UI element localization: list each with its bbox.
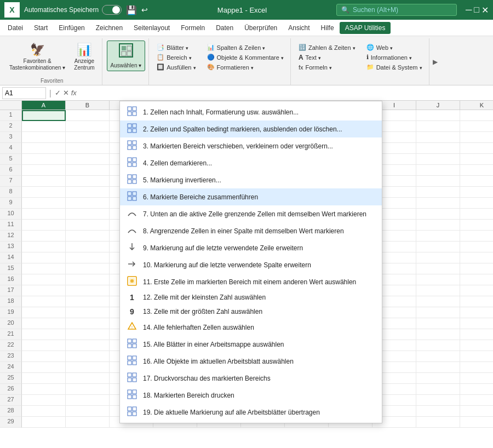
dropdown-item[interactable]: 5. Markierung invertieren...: [120, 171, 382, 188]
cell[interactable]: [460, 242, 493, 252]
menu-hilfe[interactable]: Hilfe: [316, 22, 340, 34]
dropdown-item[interactable]: 112. Zelle mit der kleinsten Zahl auswäh…: [120, 290, 382, 305]
cell[interactable]: [416, 132, 460, 143]
dropdown-item[interactable]: 6. Markierte Bereiche zusammenführen: [120, 188, 382, 205]
cell[interactable]: [416, 220, 460, 231]
web-button[interactable]: 🌐 Web ▾: [363, 43, 426, 52]
cell[interactable]: [22, 307, 66, 318]
save-icon[interactable]: 💾: [126, 5, 137, 15]
cell[interactable]: [66, 220, 110, 231]
cell[interactable]: [22, 209, 66, 220]
cell[interactable]: [416, 296, 460, 307]
blaetter-button[interactable]: 📑 Blätter ▾: [153, 43, 199, 52]
cell[interactable]: [416, 307, 460, 318]
cell[interactable]: [416, 121, 460, 132]
cell[interactable]: [416, 154, 460, 165]
menu-ueberpruefen[interactable]: Überprüfen: [239, 22, 283, 34]
cell[interactable]: [66, 121, 110, 132]
cell[interactable]: [66, 274, 110, 285]
cell[interactable]: [416, 285, 460, 296]
cell[interactable]: [66, 242, 110, 252]
cell[interactable]: [22, 143, 66, 154]
dropdown-item[interactable]: 4. Zellen demarkieren...: [120, 154, 382, 171]
col-header-a[interactable]: A: [22, 101, 66, 110]
cell[interactable]: [460, 285, 493, 296]
cell[interactable]: [416, 417, 460, 428]
dropdown-item[interactable]: 10. Markierung auf die letzte verwendete…: [120, 256, 382, 273]
datei-system-button[interactable]: 📁 Datei & System ▾: [363, 62, 426, 72]
cell[interactable]: [22, 165, 66, 176]
cell[interactable]: [66, 417, 110, 428]
cell[interactable]: [66, 340, 110, 351]
cell[interactable]: [66, 165, 110, 176]
cell[interactable]: [460, 252, 493, 263]
cell[interactable]: [460, 274, 493, 285]
search-box[interactable]: 🔍: [336, 4, 457, 16]
cell[interactable]: [22, 220, 66, 231]
cell[interactable]: [22, 110, 66, 121]
col-header-b[interactable]: B: [66, 101, 110, 110]
cell[interactable]: [460, 318, 493, 329]
cell[interactable]: [416, 143, 460, 154]
cell[interactable]: [66, 307, 110, 318]
cell[interactable]: [416, 198, 460, 209]
cell[interactable]: [22, 231, 66, 242]
cell[interactable]: [416, 242, 460, 252]
cell[interactable]: [66, 198, 110, 209]
cell[interactable]: [416, 340, 460, 351]
cell[interactable]: [22, 395, 66, 406]
cell[interactable]: [66, 296, 110, 307]
maximize-button[interactable]: □: [474, 5, 479, 15]
cell[interactable]: [66, 132, 110, 143]
cell[interactable]: [22, 154, 66, 165]
ausfuellen-button[interactable]: 🔲 Ausfüllen ▾: [153, 62, 199, 72]
dropdown-item[interactable]: 7. Unten an die aktive Zelle grenzende Z…: [120, 205, 382, 222]
cell[interactable]: [66, 384, 110, 395]
cell[interactable]: [22, 351, 66, 362]
cell[interactable]: [66, 351, 110, 362]
cell[interactable]: [460, 340, 493, 351]
cell[interactable]: [66, 395, 110, 406]
cell[interactable]: [66, 110, 110, 121]
cell[interactable]: [22, 242, 66, 252]
cell[interactable]: [460, 209, 493, 220]
objekte-button[interactable]: 🔵 Objekte & Kommentare ▾: [204, 53, 287, 62]
cell[interactable]: [22, 340, 66, 351]
cell[interactable]: [460, 417, 493, 428]
cell[interactable]: [66, 252, 110, 263]
cell[interactable]: [66, 329, 110, 340]
undo-icon[interactable]: ↩: [141, 5, 148, 14]
cell[interactable]: [22, 176, 66, 187]
cell[interactable]: [66, 209, 110, 220]
menu-datei[interactable]: Datei: [2, 22, 28, 34]
menu-einfuegen[interactable]: Einfügen: [53, 22, 90, 34]
cell[interactable]: [416, 406, 460, 417]
text-button[interactable]: A Text ▾: [295, 53, 359, 62]
checkmark-icon[interactable]: ✓: [55, 89, 61, 97]
cell[interactable]: [416, 318, 460, 329]
cell[interactable]: [416, 373, 460, 384]
informationen-button[interactable]: ℹ Informationen ▾: [363, 53, 426, 62]
cell[interactable]: [460, 220, 493, 231]
formeln-button[interactable]: fx Formeln ▾: [295, 63, 359, 72]
cell[interactable]: [460, 329, 493, 340]
cell[interactable]: [22, 263, 66, 274]
cell[interactable]: [22, 329, 66, 340]
menu-daten[interactable]: Daten: [210, 22, 239, 34]
cell[interactable]: [66, 176, 110, 187]
dropdown-item[interactable]: !14. Alle fehlerhaften Zellen auswählen: [120, 319, 382, 336]
cell[interactable]: [460, 373, 493, 384]
cell[interactable]: [460, 406, 493, 417]
cell[interactable]: [66, 263, 110, 274]
zahlen-button[interactable]: 🔢 Zahlen & Zeiten ▾: [295, 43, 359, 52]
dropdown-item[interactable]: 913. Zelle mit der größten Zahl auswähle…: [120, 305, 382, 319]
name-box[interactable]: [2, 87, 46, 99]
cell[interactable]: [66, 154, 110, 165]
dropdown-item[interactable]: 18. Markierten Bereich drucken: [120, 387, 382, 404]
cell[interactable]: [460, 143, 493, 154]
dropdown-item[interactable]: 11. Erste Zelle im markierten Bereich mi…: [120, 273, 382, 290]
fx-icon[interactable]: fx: [71, 89, 77, 97]
cell[interactable]: [460, 362, 493, 373]
dropdown-item[interactable]: 9. Markierung auf die letzte verwendete …: [120, 239, 382, 256]
search-input[interactable]: [353, 6, 452, 14]
